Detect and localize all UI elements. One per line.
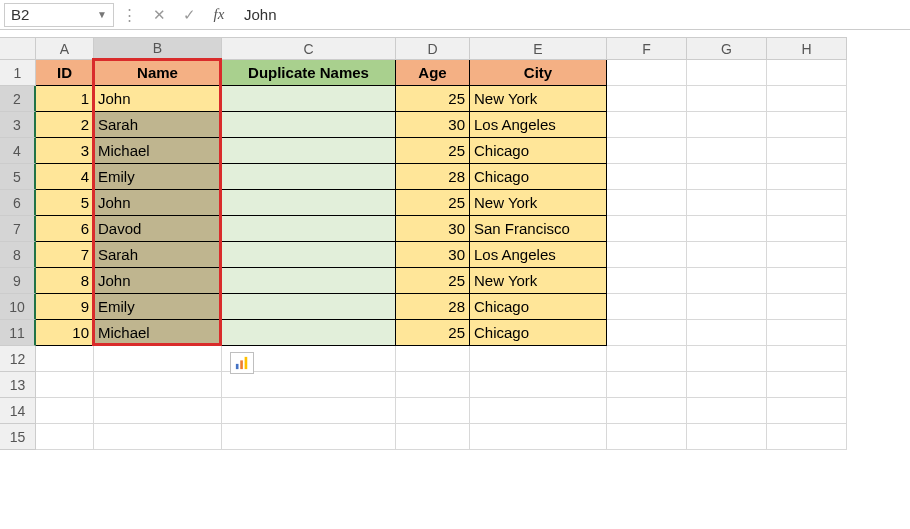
cell-H5[interactable]: [767, 164, 847, 190]
cell-A15[interactable]: [36, 424, 94, 450]
row-header-14[interactable]: 14: [0, 398, 36, 424]
cell-B15[interactable]: [94, 424, 222, 450]
cell-A11[interactable]: 10: [36, 320, 94, 346]
cell-E13[interactable]: [470, 372, 607, 398]
cell-A12[interactable]: [36, 346, 94, 372]
row-header-8[interactable]: 8: [0, 242, 36, 268]
cell-H7[interactable]: [767, 216, 847, 242]
cell-E4[interactable]: Chicago: [470, 138, 607, 164]
cell-G12[interactable]: [687, 346, 767, 372]
cell-G9[interactable]: [687, 268, 767, 294]
cell-F7[interactable]: [607, 216, 687, 242]
row-header-4[interactable]: 4: [0, 138, 36, 164]
cell-F15[interactable]: [607, 424, 687, 450]
cell-E5[interactable]: Chicago: [470, 164, 607, 190]
cell-B7[interactable]: Davod: [94, 216, 222, 242]
header-cell-H[interactable]: [767, 60, 847, 86]
cell-G5[interactable]: [687, 164, 767, 190]
cell-G10[interactable]: [687, 294, 767, 320]
cancel-icon[interactable]: ✕: [144, 6, 174, 24]
row-header-12[interactable]: 12: [0, 346, 36, 372]
cell-B10[interactable]: Emily: [94, 294, 222, 320]
name-box[interactable]: B2 ▼: [4, 3, 114, 27]
col-header-G[interactable]: G: [687, 38, 767, 60]
cell-B13[interactable]: [94, 372, 222, 398]
confirm-icon[interactable]: ✓: [174, 6, 204, 24]
cell-F2[interactable]: [607, 86, 687, 112]
header-cell-D[interactable]: Age: [396, 60, 470, 86]
cell-H12[interactable]: [767, 346, 847, 372]
cell-E10[interactable]: Chicago: [470, 294, 607, 320]
cell-G7[interactable]: [687, 216, 767, 242]
cell-D15[interactable]: [396, 424, 470, 450]
cell-A7[interactable]: 6: [36, 216, 94, 242]
cell-C8[interactable]: [222, 242, 396, 268]
header-cell-C[interactable]: Duplicate Names: [222, 60, 396, 86]
cell-H9[interactable]: [767, 268, 847, 294]
cell-D5[interactable]: 28: [396, 164, 470, 190]
cell-A13[interactable]: [36, 372, 94, 398]
cell-B3[interactable]: Sarah: [94, 112, 222, 138]
cell-A9[interactable]: 8: [36, 268, 94, 294]
cell-A14[interactable]: [36, 398, 94, 424]
cell-E15[interactable]: [470, 424, 607, 450]
select-all-corner[interactable]: [0, 38, 36, 60]
row-header-15[interactable]: 15: [0, 424, 36, 450]
cell-G3[interactable]: [687, 112, 767, 138]
cell-F3[interactable]: [607, 112, 687, 138]
col-header-D[interactable]: D: [396, 38, 470, 60]
cell-F12[interactable]: [607, 346, 687, 372]
row-header-2[interactable]: 2: [0, 86, 36, 112]
cell-E11[interactable]: Chicago: [470, 320, 607, 346]
cell-C11[interactable]: [222, 320, 396, 346]
cell-F5[interactable]: [607, 164, 687, 190]
cell-H3[interactable]: [767, 112, 847, 138]
quick-analysis-icon[interactable]: [230, 352, 254, 374]
cell-B4[interactable]: Michael: [94, 138, 222, 164]
cell-F9[interactable]: [607, 268, 687, 294]
cell-A4[interactable]: 3: [36, 138, 94, 164]
col-header-H[interactable]: H: [767, 38, 847, 60]
cell-G13[interactable]: [687, 372, 767, 398]
cell-G15[interactable]: [687, 424, 767, 450]
cell-D4[interactable]: 25: [396, 138, 470, 164]
cell-D2[interactable]: 25: [396, 86, 470, 112]
cell-B12[interactable]: [94, 346, 222, 372]
cell-C3[interactable]: [222, 112, 396, 138]
cell-A10[interactable]: 9: [36, 294, 94, 320]
cell-C10[interactable]: [222, 294, 396, 320]
col-header-E[interactable]: E: [470, 38, 607, 60]
header-cell-E[interactable]: City: [470, 60, 607, 86]
cell-B6[interactable]: John: [94, 190, 222, 216]
col-header-A[interactable]: A: [36, 38, 94, 60]
cell-G4[interactable]: [687, 138, 767, 164]
row-header-9[interactable]: 9: [0, 268, 36, 294]
cell-E7[interactable]: San Francisco: [470, 216, 607, 242]
cell-H10[interactable]: [767, 294, 847, 320]
cell-D11[interactable]: 25: [396, 320, 470, 346]
cell-H8[interactable]: [767, 242, 847, 268]
cell-G8[interactable]: [687, 242, 767, 268]
fx-icon[interactable]: fx: [204, 6, 234, 23]
cell-C2[interactable]: [222, 86, 396, 112]
cell-D10[interactable]: 28: [396, 294, 470, 320]
col-header-C[interactable]: C: [222, 38, 396, 60]
cell-E12[interactable]: [470, 346, 607, 372]
cell-E9[interactable]: New York: [470, 268, 607, 294]
formula-input[interactable]: John: [234, 6, 906, 23]
cell-G2[interactable]: [687, 86, 767, 112]
cell-C13[interactable]: [222, 372, 396, 398]
cell-D9[interactable]: 25: [396, 268, 470, 294]
cell-F4[interactable]: [607, 138, 687, 164]
cell-B5[interactable]: Emily: [94, 164, 222, 190]
cell-F8[interactable]: [607, 242, 687, 268]
cell-D3[interactable]: 30: [396, 112, 470, 138]
cell-D8[interactable]: 30: [396, 242, 470, 268]
cell-D6[interactable]: 25: [396, 190, 470, 216]
cell-H15[interactable]: [767, 424, 847, 450]
cell-C9[interactable]: [222, 268, 396, 294]
cell-F10[interactable]: [607, 294, 687, 320]
row-header-10[interactable]: 10: [0, 294, 36, 320]
cell-B14[interactable]: [94, 398, 222, 424]
cell-F6[interactable]: [607, 190, 687, 216]
